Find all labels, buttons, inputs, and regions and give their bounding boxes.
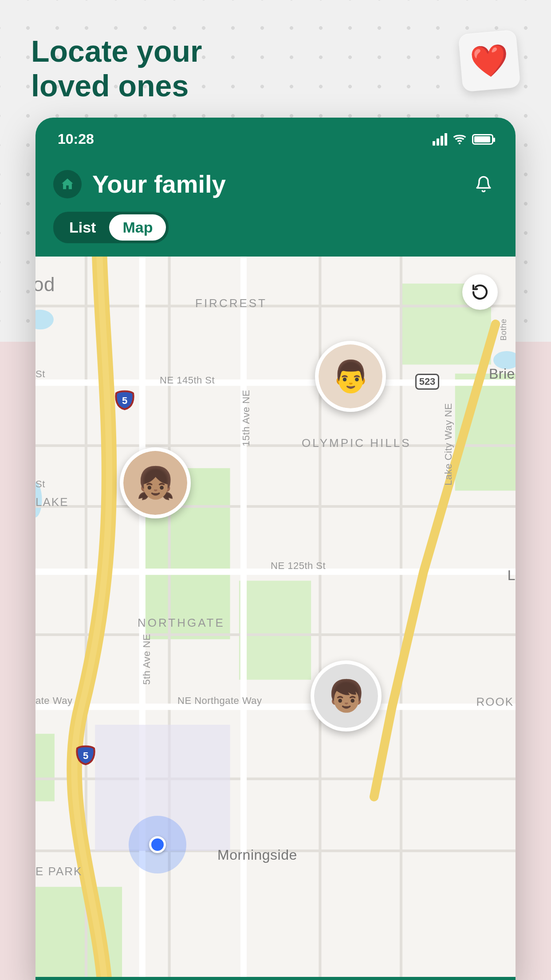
family-member-pin-1[interactable]: 👨 bbox=[315, 341, 386, 412]
map-label-e-park: E PARK bbox=[35, 865, 82, 878]
map-label-ne-145th: NE 145th St bbox=[160, 375, 215, 386]
promo-heading: Locate your loved ones bbox=[31, 34, 202, 103]
map-label-wood: od bbox=[35, 273, 55, 296]
heart-icon: ❤️ bbox=[468, 41, 510, 80]
phone-frame: 10:28 You bbox=[35, 118, 516, 980]
svg-rect-5 bbox=[239, 581, 311, 680]
battery-icon bbox=[472, 134, 493, 145]
map-label-lake: LAKE bbox=[35, 495, 69, 509]
map-base bbox=[35, 257, 516, 977]
page-title: Your family bbox=[92, 170, 226, 198]
map-label-ne-125th: NE 125th St bbox=[271, 560, 326, 572]
app-header: Your family List Map bbox=[35, 156, 516, 257]
avatar: 👦🏽 bbox=[314, 664, 378, 728]
map-label-rook: ROOK bbox=[476, 695, 514, 709]
svg-text:5: 5 bbox=[122, 395, 127, 406]
svg-rect-7 bbox=[35, 734, 55, 801]
interstate-5-shield-2: 5 bbox=[75, 745, 96, 765]
map-label-olympic: OLYMPIC HILLS bbox=[302, 436, 411, 450]
avatar: 👨 bbox=[319, 344, 382, 408]
svg-point-0 bbox=[459, 142, 460, 144]
interstate-5-shield: 5 bbox=[114, 390, 135, 410]
avatar: 👧🏽 bbox=[123, 451, 187, 515]
toggle-list[interactable]: List bbox=[56, 214, 109, 241]
home-button[interactable] bbox=[53, 170, 82, 198]
promo-heading-line1: Locate your bbox=[31, 34, 202, 68]
map-label-15th-ave: 15th Ave NE bbox=[240, 390, 252, 446]
map-label-lake-city-way: Lake City Way NE bbox=[443, 403, 454, 486]
map-label-morningside: Morningside bbox=[217, 847, 297, 863]
heart-tile: ❤️ bbox=[458, 30, 521, 92]
map-label-5th-ave: 5th Ave NE bbox=[141, 634, 153, 685]
map-label-la: L bbox=[508, 567, 516, 584]
cellular-signal-icon bbox=[433, 133, 447, 146]
map-label-brier: Brier bbox=[489, 366, 516, 382]
map-label-st2: St bbox=[35, 478, 45, 490]
family-member-pin-2[interactable]: 👧🏽 bbox=[120, 447, 191, 518]
current-location-dot bbox=[149, 836, 166, 853]
view-toggle: List Map bbox=[53, 212, 169, 243]
map-label-northgate: NORTHGATE bbox=[138, 616, 225, 630]
toggle-map[interactable]: Map bbox=[109, 214, 166, 241]
map-label-st1: St bbox=[35, 368, 45, 380]
map-label-bothe: Bothe bbox=[499, 319, 508, 341]
wifi-icon bbox=[453, 132, 467, 146]
family-member-pin-3[interactable]: 👦🏽 bbox=[311, 660, 382, 731]
notifications-button[interactable] bbox=[474, 174, 493, 194]
route-523-shield: 523 bbox=[415, 374, 439, 390]
map-view[interactable]: od FIRCREST St NE 145th St Brier OLYMPIC… bbox=[35, 257, 516, 977]
status-right bbox=[433, 132, 493, 146]
status-bar: 10:28 bbox=[35, 118, 516, 156]
map-label-ne-northgate-way: NE Northgate Way bbox=[177, 695, 262, 707]
refresh-button[interactable] bbox=[462, 274, 498, 310]
svg-text:5: 5 bbox=[83, 750, 88, 761]
map-label-ate-way: ate Way bbox=[35, 695, 72, 707]
promo-heading-line2: loved ones bbox=[31, 68, 202, 103]
status-time: 10:28 bbox=[58, 131, 94, 147]
current-location[interactable] bbox=[129, 816, 186, 873]
map-label-fircrest: FIRCREST bbox=[195, 296, 267, 310]
